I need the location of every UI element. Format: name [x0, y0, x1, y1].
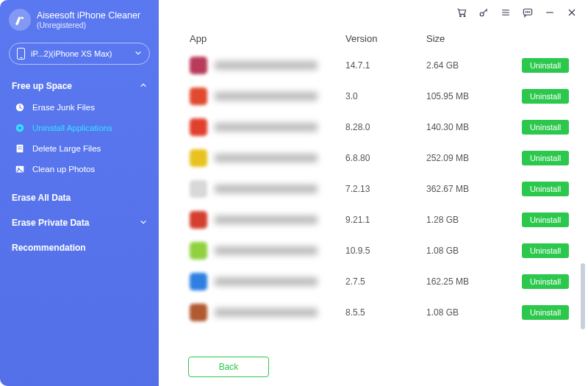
svg-point-13: [529, 12, 530, 12]
svg-point-7: [459, 15, 461, 17]
sidebar-item-label: Uninstall Applications: [32, 124, 112, 132]
cell-version: 14.7.1: [345, 60, 426, 71]
uninstall-button[interactable]: Uninstall: [522, 151, 569, 165]
titlebar: [159, 0, 588, 25]
app-name-blurred: [215, 277, 318, 286]
app-logo-icon: [9, 9, 31, 31]
svg-point-11: [526, 12, 526, 12]
back-button[interactable]: Back: [188, 357, 269, 377]
svg-rect-3: [18, 146, 21, 147]
sidebar-item-label: Erase Private Data: [12, 218, 89, 228]
table-row: 7.2.13362.67 MBUninstall: [185, 174, 572, 204]
uninstall-button[interactable]: Uninstall: [522, 274, 569, 289]
cell-size: 1.08 GB: [426, 307, 522, 318]
sidebar-item-label: Erase Junk Files: [32, 103, 95, 112]
app-title: Aiseesoft iPhone Cleaner: [37, 10, 140, 21]
image-icon: [15, 164, 25, 174]
cell-size: 1.28 GB: [426, 215, 522, 225]
cell-version: 7.2.13: [345, 184, 426, 194]
table-row: 2.7.5162.25 MBUninstall: [185, 266, 572, 297]
cell-version: 8.28.0: [345, 122, 426, 132]
app-header: Aiseesoft iPhone Cleaner (Unregistered): [0, 9, 159, 38]
scrollbar[interactable]: [581, 79, 585, 346]
device-selector[interactable]: iP...2)(iPhone XS Max): [9, 43, 150, 65]
app-icon: [190, 304, 207, 321]
sidebar-item-label: Delete Large Files: [32, 144, 101, 153]
sidebar-item-clean-photos[interactable]: Clean up Photos: [0, 159, 159, 179]
table-row: 14.7.12.64 GBUninstall: [185, 50, 572, 81]
col-header-version: Version: [345, 33, 426, 44]
nav-section-free-up-space[interactable]: Free up Space: [0, 75, 159, 97]
scrollbar-thumb[interactable]: [581, 263, 585, 329]
app-icon: [190, 118, 207, 136]
app-name-blurred: [215, 123, 318, 132]
feedback-icon[interactable]: [522, 7, 534, 18]
cell-version: 10.9.5: [345, 246, 426, 256]
nav-section-label: Free up Space: [12, 81, 72, 91]
menu-icon[interactable]: [500, 7, 512, 18]
app-name-blurred: [215, 246, 318, 255]
sidebar-item-uninstall-apps[interactable]: Uninstall Applications: [0, 118, 159, 138]
sidebar-item-label: Clean up Photos: [32, 165, 95, 174]
table-header: App Version Size: [185, 26, 572, 50]
app-icon: [190, 87, 207, 105]
table-body: 14.7.12.64 GBUninstall3.0105.95 MBUninst…: [185, 50, 572, 331]
uninstall-button[interactable]: Uninstall: [522, 305, 569, 320]
app-icon: [190, 149, 207, 167]
sidebar-item-recommendation[interactable]: Recommendation: [0, 235, 159, 260]
key-icon[interactable]: [478, 7, 490, 18]
app-icon: [190, 180, 207, 198]
cell-size: 2.64 GB: [426, 60, 522, 71]
svg-point-12: [528, 12, 528, 12]
col-header-app: App: [185, 33, 345, 44]
cart-icon[interactable]: [456, 7, 467, 18]
sidebar-item-label: Erase All Data: [12, 193, 71, 203]
sidebar-item-erase-all[interactable]: Erase All Data: [0, 185, 159, 210]
cell-version: 3.0: [345, 91, 426, 101]
minimize-icon[interactable]: [544, 7, 556, 18]
cell-size: 362.67 MB: [426, 184, 522, 194]
app-table: App Version Size 14.7.12.64 GBUninstall3…: [159, 25, 588, 346]
app-name-blurred: [215, 154, 318, 162]
app-name-blurred: [215, 61, 318, 70]
table-row: 8.28.0140.30 MBUninstall: [185, 112, 572, 143]
uninstall-button[interactable]: Uninstall: [522, 182, 569, 196]
app-icon: [190, 211, 207, 229]
main-pane: App Version Size 14.7.12.64 GBUninstall3…: [159, 0, 588, 386]
file-icon: [15, 143, 25, 154]
phone-icon: [17, 48, 25, 60]
cell-version: 8.5.5: [345, 307, 426, 318]
svg-point-8: [464, 15, 465, 17]
uninstall-button[interactable]: Uninstall: [522, 212, 569, 227]
device-label: iP...2)(iPhone XS Max): [31, 49, 112, 58]
table-row: 6.8.80252.09 MBUninstall: [185, 143, 572, 174]
sidebar-item-erase-junk[interactable]: Erase Junk Files: [0, 97, 159, 118]
sidebar-item-label: Recommendation: [12, 243, 86, 253]
cell-size: 1.08 GB: [426, 246, 522, 256]
app-icon: [190, 273, 207, 290]
chevron-down-icon: [135, 49, 142, 58]
cell-version: 6.8.80: [345, 153, 426, 163]
app-subtitle: (Unregistered): [37, 21, 140, 29]
cell-version: 9.21.1: [345, 215, 426, 225]
sidebar-item-delete-large[interactable]: Delete Large Files: [0, 138, 159, 159]
clock-icon: [15, 102, 25, 112]
table-row: 8.5.51.08 GBUninstall: [185, 297, 572, 328]
uninstall-button[interactable]: Uninstall: [522, 58, 569, 73]
app-icon: [190, 242, 207, 260]
cell-size: 140.30 MB: [426, 122, 522, 132]
sidebar-item-erase-private[interactable]: Erase Private Data: [0, 210, 159, 235]
cell-size: 252.09 MB: [426, 153, 522, 163]
uninstall-button[interactable]: Uninstall: [522, 89, 569, 104]
uninstall-button[interactable]: Uninstall: [522, 243, 569, 258]
cell-version: 2.7.5: [345, 276, 426, 287]
close-icon[interactable]: [566, 7, 578, 18]
app-name-blurred: [215, 92, 318, 101]
nav: Free up Space Erase Junk Files Uninstall…: [0, 72, 159, 263]
uninstall-button[interactable]: Uninstall: [522, 120, 569, 135]
app-name-blurred: [215, 215, 318, 224]
app-name-blurred: [215, 308, 318, 317]
cell-size: 105.95 MB: [426, 91, 522, 101]
chevron-down-icon: [140, 218, 147, 228]
table-row: 9.21.11.28 GBUninstall: [185, 204, 572, 235]
